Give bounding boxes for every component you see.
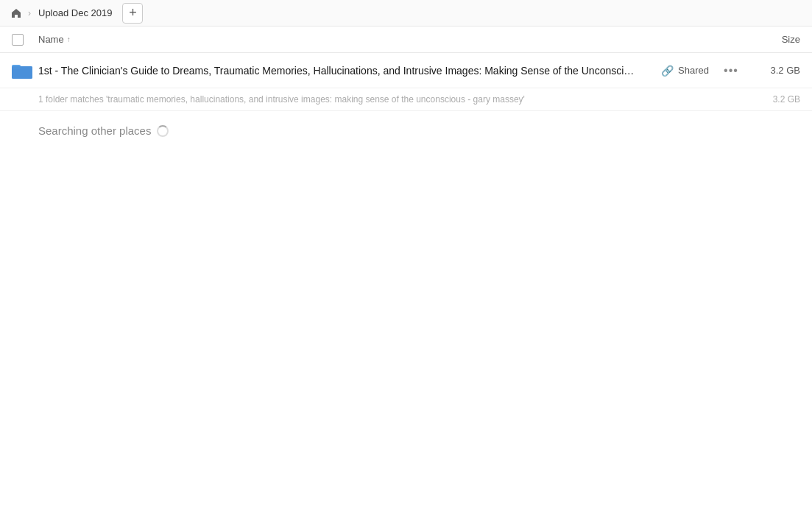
name-column-header[interactable]: Name ↑ <box>38 34 741 45</box>
breadcrumb-folder-label[interactable]: Upload Dec 2019 <box>32 6 118 20</box>
add-button[interactable]: + <box>122 3 143 24</box>
size-column-header: Size <box>741 34 800 45</box>
home-button[interactable] <box>6 3 27 24</box>
file-list-row[interactable]: 1st - The Clinician's Guide to Dreams, T… <box>0 53 812 88</box>
link-icon: 🔗 <box>661 65 674 77</box>
select-all-checkbox[interactable] <box>12 34 24 46</box>
searching-other-places-row: Searching other places <box>0 111 812 141</box>
breadcrumb-bar: › Upload Dec 2019 + <box>0 0 812 26</box>
folder-icon <box>12 63 32 79</box>
loading-spinner <box>157 125 169 137</box>
file-size-label: 3.2 GB <box>741 65 800 76</box>
svg-rect-2 <box>12 66 32 79</box>
file-name-label: 1st - The Clinician's Guide to Dreams, T… <box>38 65 647 77</box>
shared-area: 🔗 Shared <box>647 65 721 77</box>
sub-info-row: 1 folder matches 'traumatic memories, ha… <box>0 88 812 111</box>
sub-info-size: 3.2 GB <box>741 94 800 105</box>
sub-info-text: 1 folder matches 'traumatic memories, ha… <box>38 94 741 105</box>
shared-badge: Shared <box>678 65 709 76</box>
home-icon <box>10 7 22 19</box>
file-icon-wrapper <box>12 63 38 79</box>
select-all-checkbox-col[interactable] <box>12 34 38 46</box>
more-options-button[interactable]: ••• <box>721 60 741 81</box>
searching-label: Searching other places <box>38 124 151 137</box>
column-header-row: Name ↑ Size <box>0 26 812 53</box>
breadcrumb-separator: › <box>28 8 31 18</box>
sort-arrow-icon: ↑ <box>67 35 71 43</box>
name-column-label: Name <box>38 34 64 45</box>
